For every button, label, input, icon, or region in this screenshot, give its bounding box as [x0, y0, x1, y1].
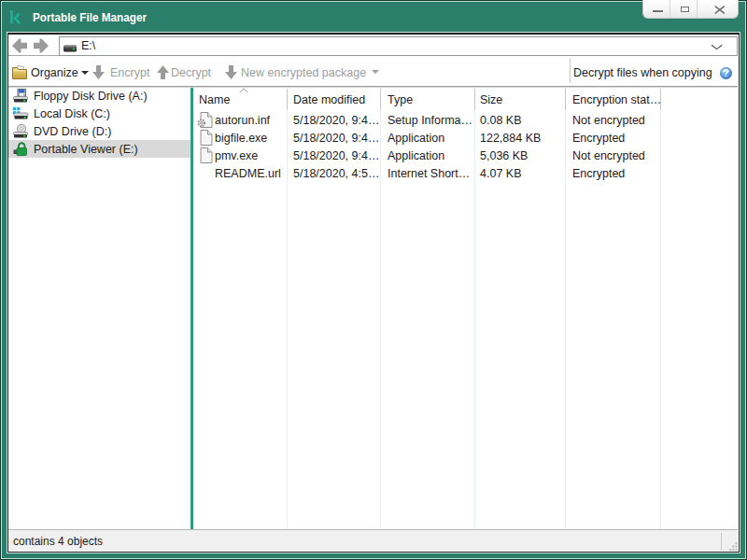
svg-text:?: ?	[723, 68, 728, 78]
